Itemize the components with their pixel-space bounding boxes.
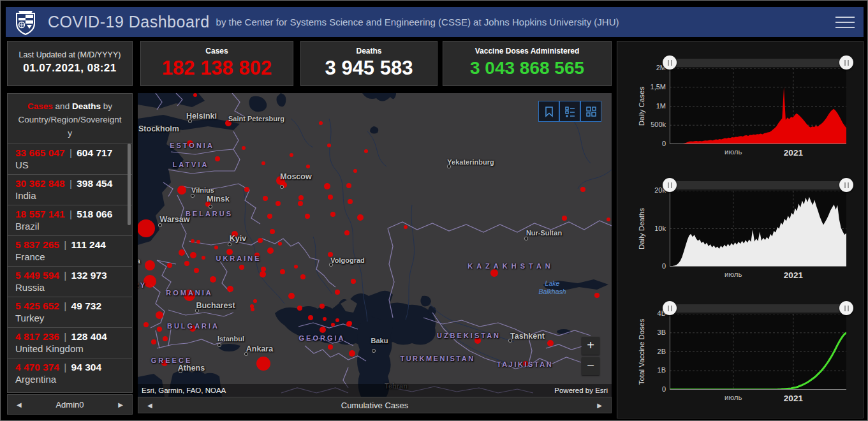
case-bubble[interactable] (156, 311, 163, 319)
case-bubble[interactable] (258, 238, 263, 243)
case-bubble[interactable] (267, 247, 274, 254)
case-bubble[interactable] (214, 246, 218, 249)
country-row[interactable]: 5 837 265 | 111 244France (8, 235, 132, 266)
case-bubble[interactable] (319, 121, 323, 125)
case-bubble[interactable] (261, 161, 265, 165)
bookmark-icon[interactable] (538, 101, 559, 122)
basemap-icon[interactable] (580, 101, 601, 122)
case-bubble[interactable] (145, 260, 155, 270)
case-bubble[interactable] (323, 317, 327, 321)
pager-prev-icon[interactable]: ◀ (8, 401, 31, 408)
case-bubble[interactable] (320, 304, 325, 309)
case-bubble[interactable] (490, 269, 498, 277)
case-bubble[interactable] (276, 201, 281, 206)
case-bubble[interactable] (227, 286, 233, 292)
case-bubble[interactable] (179, 249, 185, 256)
case-bubble[interactable] (267, 214, 272, 219)
case-bubble[interactable] (196, 240, 200, 244)
case-bubble[interactable] (239, 265, 244, 270)
case-bubble[interactable] (278, 242, 282, 246)
time-range-slider[interactable] (670, 304, 846, 313)
country-row[interactable]: 30 362 848 | 398 454India (8, 174, 132, 205)
country-row[interactable]: 18 557 141 | 518 066Brazil (8, 205, 132, 235)
case-bubble[interactable] (194, 268, 199, 273)
case-bubble[interactable] (290, 153, 293, 157)
case-bubble[interactable] (157, 327, 162, 332)
case-bubble[interactable] (348, 199, 353, 204)
case-bubble[interactable] (261, 267, 266, 272)
slider-handle-right[interactable] (839, 178, 853, 192)
case-bubble[interactable] (335, 290, 340, 295)
case-bubble[interactable] (215, 156, 220, 161)
case-bubble[interactable] (253, 299, 257, 303)
zoom-in-button[interactable]: + (582, 337, 600, 355)
legend-icon[interactable] (559, 101, 580, 122)
case-bubble[interactable] (184, 261, 189, 266)
case-bubble[interactable] (351, 279, 356, 284)
case-bubble[interactable] (308, 315, 313, 320)
case-bubble[interactable] (297, 306, 302, 311)
case-bubble[interactable] (163, 336, 168, 341)
case-bubble[interactable] (280, 269, 285, 274)
slider-handle-right[interactable] (839, 301, 853, 315)
time-range-slider[interactable] (670, 181, 846, 189)
case-bubble[interactable] (256, 357, 270, 371)
case-bubble[interactable] (138, 219, 155, 237)
slider-handle-left[interactable] (663, 55, 677, 70)
case-bubble[interactable] (324, 183, 330, 189)
country-row[interactable]: 5 449 594 | 132 973Russia (8, 266, 132, 297)
case-bubble[interactable] (270, 229, 275, 234)
case-bubble[interactable] (330, 212, 335, 217)
case-bubble[interactable] (193, 93, 197, 97)
case-bubble[interactable] (357, 214, 364, 221)
case-bubble[interactable] (328, 344, 333, 350)
case-bubble[interactable] (177, 186, 186, 195)
case-bubble[interactable] (335, 318, 339, 322)
case-bubble[interactable] (210, 276, 216, 283)
case-bubble[interactable] (263, 196, 268, 201)
case-bubble[interactable] (298, 201, 303, 206)
map[interactable]: ESTONIALATVIABELARUSUKRAINEROMANIABULGAR… (138, 93, 612, 397)
case-bubble[interactable] (190, 252, 196, 258)
case-bubble[interactable] (294, 265, 298, 269)
case-bubble[interactable] (167, 263, 172, 268)
case-bubble[interactable] (244, 187, 249, 192)
case-bubble[interactable] (346, 321, 351, 327)
case-bubble[interactable] (353, 169, 357, 173)
case-bubble[interactable] (242, 146, 246, 150)
case-bubble[interactable] (300, 274, 305, 279)
time-range-slider[interactable] (670, 59, 846, 67)
slider-handle-left[interactable] (663, 178, 677, 192)
slider-handle-right[interactable] (839, 55, 853, 70)
case-bubble[interactable] (547, 340, 554, 346)
country-row[interactable]: 5 425 652 | 49 732Turkey (8, 297, 132, 327)
menu-icon[interactable] (835, 15, 855, 29)
case-bubble[interactable] (260, 271, 266, 277)
country-row[interactable]: 4 470 374 | 94 304Argentina (8, 358, 132, 388)
list-scrollbar[interactable] (128, 144, 131, 225)
case-bubble[interactable] (151, 339, 156, 344)
case-bubble[interactable] (562, 216, 567, 221)
country-row[interactable]: 33 665 047 | 604 717US (8, 144, 132, 174)
case-bubble[interactable] (327, 144, 331, 147)
pager-prev-icon[interactable]: ◀ (138, 402, 161, 409)
case-bubble[interactable] (250, 304, 254, 308)
case-bubble[interactable] (320, 327, 326, 333)
case-bubble[interactable] (143, 322, 149, 327)
case-bubble[interactable] (331, 323, 335, 327)
case-bubble[interactable] (288, 293, 295, 299)
case-bubble[interactable] (404, 225, 408, 229)
case-bubble[interactable] (251, 307, 254, 311)
case-bubble[interactable] (306, 165, 310, 168)
case-bubble[interactable] (202, 256, 205, 260)
case-bubble[interactable] (346, 183, 351, 188)
case-bubble[interactable] (364, 149, 368, 153)
case-bubble[interactable] (594, 293, 600, 298)
case-bubble[interactable] (349, 350, 355, 357)
case-bubble[interactable] (298, 195, 304, 200)
country-row[interactable]: 4 817 236 | 128 404United Kingdom (8, 327, 132, 358)
slider-handle-left[interactable] (663, 301, 677, 315)
case-bubble[interactable] (344, 230, 349, 235)
case-bubble[interactable] (305, 214, 310, 219)
case-bubble[interactable] (191, 239, 195, 243)
